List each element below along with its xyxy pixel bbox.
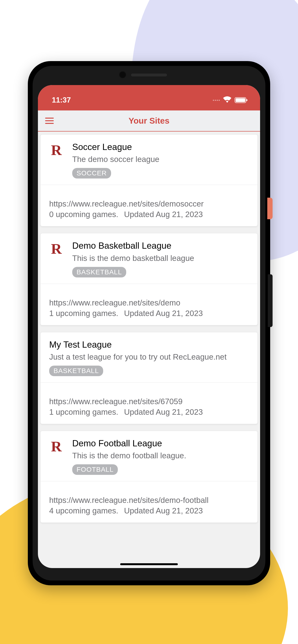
site-card-footer: https://www.recleague.net/sites/demo1 up…	[41, 284, 257, 325]
site-card-header: RDemo Basketball LeagueThis is the demo …	[41, 233, 257, 284]
sport-badge: SOCCER	[72, 168, 111, 178]
site-info: Demo Football LeagueThis is the demo foo…	[72, 438, 250, 475]
hamburger-icon	[45, 118, 54, 118]
site-card[interactable]: My Test LeagueJust a test league for you…	[40, 332, 258, 424]
site-title: Demo Basketball League	[72, 240, 250, 251]
site-logo: R	[49, 143, 64, 157]
site-meta-row: 4 upcoming games.Updated Aug 21, 2023	[49, 506, 249, 515]
updated-date: Updated Aug 21, 2023	[124, 408, 203, 417]
wifi-icon	[223, 96, 231, 104]
site-logo: R	[49, 242, 64, 256]
updated-date: Updated Aug 21, 2023	[124, 210, 203, 219]
menu-button[interactable]	[43, 115, 56, 126]
site-subtitle: Just a test league for you to try out Re…	[49, 352, 250, 362]
site-title: My Test League	[49, 340, 250, 350]
site-meta-row: 1 upcoming games.Updated Aug 21, 2023	[49, 309, 249, 318]
site-card-header: RSoccer LeagueThe demo soccer leagueSOCC…	[41, 135, 257, 185]
site-card[interactable]: RSoccer LeagueThe demo soccer leagueSOCC…	[40, 134, 258, 226]
sport-badge: FOOTBALL	[72, 464, 118, 475]
site-meta-row: 0 upcoming games.Updated Aug 21, 2023	[49, 210, 249, 219]
site-card-header: RDemo Football LeagueThis is the demo fo…	[41, 431, 257, 481]
site-subtitle: This is the demo basketball league	[72, 253, 250, 264]
site-card-footer: https://www.recleague.net/sites/demo-foo…	[41, 481, 257, 522]
upcoming-games: 1 upcoming games.	[49, 309, 118, 318]
site-url: https://www.recleague.net/sites/demosocc…	[49, 199, 249, 208]
status-indicators	[213, 96, 246, 104]
site-info: Soccer LeagueThe demo soccer leagueSOCCE…	[72, 142, 250, 178]
sport-badge: BASKETBALL	[72, 267, 126, 278]
site-meta-row: 1 upcoming games.Updated Aug 21, 2023	[49, 408, 249, 417]
phone-device-frame: 11:37 Your Sites RS	[28, 61, 270, 585]
phone-speaker	[131, 74, 167, 76]
battery-icon	[235, 97, 246, 103]
phone-camera	[119, 71, 126, 78]
status-time: 11:37	[52, 96, 71, 104]
site-url: https://www.recleague.net/sites/demo	[49, 298, 249, 308]
site-card[interactable]: RDemo Football LeagueThis is the demo fo…	[40, 431, 258, 523]
site-subtitle: This is the demo football league.	[72, 451, 250, 461]
upcoming-games: 4 upcoming games.	[49, 506, 118, 515]
phone-side-button-volume	[268, 274, 272, 327]
cellular-signal-icon	[213, 100, 220, 101]
site-info: My Test LeagueJust a test league for you…	[49, 340, 250, 376]
updated-date: Updated Aug 21, 2023	[124, 506, 203, 515]
site-logo: R	[49, 439, 64, 454]
status-bar: 11:37	[38, 85, 260, 110]
site-card-footer: https://www.recleague.net/sites/670591 u…	[41, 382, 257, 424]
site-url: https://www.recleague.net/sites/67059	[49, 397, 249, 406]
page-title: Your Sites	[129, 116, 170, 126]
updated-date: Updated Aug 21, 2023	[124, 309, 203, 318]
sites-list[interactable]: RSoccer LeagueThe demo soccer leagueSOCC…	[38, 132, 260, 525]
site-subtitle: The demo soccer league	[72, 154, 250, 164]
site-title: Demo Football League	[72, 438, 250, 449]
site-url: https://www.recleague.net/sites/demo-foo…	[49, 496, 249, 505]
site-card[interactable]: RDemo Basketball LeagueThis is the demo …	[40, 233, 258, 325]
upcoming-games: 0 upcoming games.	[49, 210, 118, 219]
app-bar: Your Sites	[38, 110, 260, 132]
home-indicator[interactable]	[120, 563, 178, 565]
sport-badge: BASKETBALL	[49, 366, 103, 376]
site-info: Demo Basketball LeagueThis is the demo b…	[72, 240, 250, 277]
upcoming-games: 1 upcoming games.	[49, 408, 118, 417]
site-title: Soccer League	[72, 142, 250, 152]
site-card-header: My Test LeagueJust a test league for you…	[41, 332, 257, 382]
phone-side-button-power	[267, 198, 272, 219]
phone-screen: 11:37 Your Sites RS	[38, 85, 260, 568]
site-card-footer: https://www.recleague.net/sites/demosocc…	[41, 185, 257, 226]
